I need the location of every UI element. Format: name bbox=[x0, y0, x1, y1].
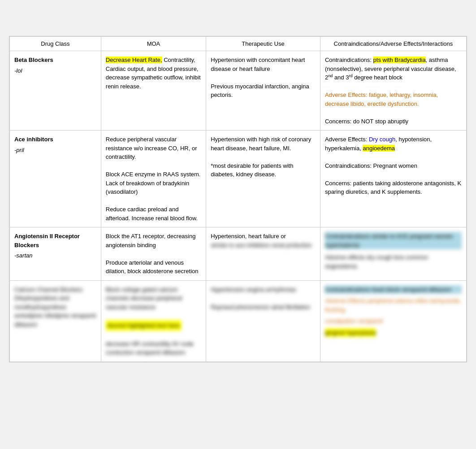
moa-text-blurred-2: decrease HR contractility AV node conduc… bbox=[106, 340, 194, 356]
therapeutic-text-blurred-2: Raynaud phenomenon atrial fibrillation bbox=[211, 304, 310, 310]
sup-2nd: nd bbox=[328, 74, 333, 78]
contra-blurred-arb-1: Contraindications similar to ACE pregnan… bbox=[325, 232, 462, 249]
drug-name-ace: Ace inhibitors bbox=[14, 136, 53, 143]
moa-blurred-highlight: blurred highlighted text here bbox=[106, 320, 182, 331]
drug-suffix-ace: -pril bbox=[14, 146, 96, 155]
drug-suffix-arb: -sartan bbox=[14, 251, 96, 260]
drug-suffix-beta: -lol bbox=[14, 66, 96, 75]
moa-line1-arb: Block the AT1 receptor, decreasing angio… bbox=[106, 233, 196, 248]
drug-class-cell-ace: Ace inhibitors -pril bbox=[10, 131, 101, 227]
drug-name-arb: Angiotensin II Receptor Blockers bbox=[14, 233, 80, 248]
therapeutic-cell-blurred: Hypertension angina arrhythmias Raynaud … bbox=[206, 280, 320, 362]
therapeutic-text-blurred: Hypertension angina arrhythmias bbox=[211, 286, 296, 293]
therapeutic-text-ace-2: *most desirable for patients with diabet… bbox=[211, 162, 293, 178]
table-row: Ace inhibitors -pril Reduce peripheral v… bbox=[10, 131, 467, 227]
therapeutic-cell-arb: Hypertension, heart failure or similar t… bbox=[206, 227, 320, 281]
header-moa: MOA bbox=[101, 37, 206, 51]
drug-name-beta: Beta Blockers bbox=[14, 57, 53, 63]
therapeutic-blurred-arb: similar to ace inhibitors renal protecti… bbox=[211, 242, 312, 248]
moa-line1-ace: Reduce peripheral vascular resistance w/… bbox=[106, 136, 197, 160]
contra-blurred-arb-2: Adverse effects dry cough less common an… bbox=[325, 253, 462, 270]
contra-blurred-1: Contraindications heart block verapamil … bbox=[325, 285, 462, 294]
therapeutic-cell-beta: Hypertension with concomitant heart dise… bbox=[206, 51, 320, 131]
moa-cell-ace: Reduce peripheral vascular resistance w/… bbox=[101, 131, 206, 227]
drug-class-cell-blurred: Calcium Channel Blockers Dihydropyridine… bbox=[10, 280, 101, 362]
therapeutic-text-ace: Hypertension with high risk of coronary … bbox=[211, 136, 311, 152]
contra-blurred-3: constipation verapamil bbox=[325, 317, 462, 326]
moa-highlighted-beta: Decrease Heart Rate, bbox=[106, 57, 162, 63]
contra-concerns-beta: Concerns: do NOT stop abruptly bbox=[325, 118, 408, 125]
contra-adverse-label-ace: Adverse Effects: bbox=[325, 136, 369, 143]
table-row: Angiotensin II Receptor Blockers -sartan… bbox=[10, 227, 467, 281]
therapeutic-cell-ace: Hypertension with high risk of coronary … bbox=[206, 131, 320, 227]
moa-line2-ace: Block ACE enzyme in RAAS system. Lack of… bbox=[106, 171, 201, 195]
therapeutic-text-beta-2: Previous myocardial infarction, angina p… bbox=[211, 83, 309, 99]
header-therapeutic: Therapeutic Use bbox=[206, 37, 320, 51]
drug-suffix-blurred: Dihydropyridines and nondihydropyridines… bbox=[14, 295, 96, 328]
contra-contraindications-ace: Contraindications: Pregnant women bbox=[325, 162, 417, 169]
drug-class-cell-beta: Beta Blockers -lol bbox=[10, 51, 101, 131]
moa-line3-ace: Reduce cardiac preload and afterload. In… bbox=[106, 206, 198, 222]
contra-blurred-4: gingival hyperplasia bbox=[325, 328, 376, 337]
moa-text-blurred: Block voltage gated calcium channels dec… bbox=[106, 286, 182, 310]
contra-cell-ace: Adverse Effects: Dry cough, hypotension,… bbox=[320, 131, 466, 227]
contra-cell-beta: Contraindications: pts with Bradycardia,… bbox=[320, 51, 466, 131]
contra-cell-blurred: Contraindications heart block verapamil … bbox=[320, 280, 466, 362]
contra-dry-cough: Dry cough bbox=[369, 136, 395, 143]
contra-adverse-beta: Adverse Effects: fatigue, lethargy, inso… bbox=[325, 92, 438, 107]
main-table-wrapper: Drug Class MOA Therapeutic Use Contraind… bbox=[9, 36, 467, 362]
header-drug-class: Drug Class bbox=[10, 37, 101, 51]
moa-cell-beta: Decrease Heart Rate, Contractility, Card… bbox=[101, 51, 206, 131]
contra-concerns-ace: Concerns: patients taking aldosterone an… bbox=[325, 180, 461, 196]
therapeutic-text-beta: Hypertension with concomitant heart dise… bbox=[211, 57, 305, 72]
contra-cell-arb: Contraindications similar to ACE pregnan… bbox=[320, 227, 466, 281]
table-row: Calcium Channel Blockers Dihydropyridine… bbox=[10, 280, 467, 362]
drug-name-blurred: Calcium Channel Blockers bbox=[14, 286, 82, 293]
drug-class-table: Drug Class MOA Therapeutic Use Contraind… bbox=[9, 36, 467, 362]
table-row: Beta Blockers -lol Decrease Heart Rate, … bbox=[10, 51, 467, 131]
contra-bradycardia-highlight: pts with Bradycardia bbox=[373, 57, 426, 63]
drug-class-cell-arb: Angiotensin II Receptor Blockers -sartan bbox=[10, 227, 101, 281]
moa-cell-arb: Block the AT1 receptor, decreasing angio… bbox=[101, 227, 206, 281]
moa-line2-arb: Produce arteriolar and venous dilation, … bbox=[106, 259, 199, 275]
contra-blurred-2: Adverse Effects peripheral edema reflex … bbox=[325, 296, 462, 314]
moa-cell-blurred: Block voltage gated calcium channels dec… bbox=[101, 280, 206, 362]
sup-3rd: rd bbox=[349, 74, 352, 78]
therapeutic-text-arb: Hypertension, heart failure or bbox=[211, 233, 286, 240]
contra-angioedema-highlight: angioedema bbox=[363, 145, 395, 152]
header-contra: Contraindications/Adverse Effects/Intera… bbox=[320, 37, 466, 51]
contra-contraindications-label-beta: Contraindications: bbox=[325, 57, 373, 63]
